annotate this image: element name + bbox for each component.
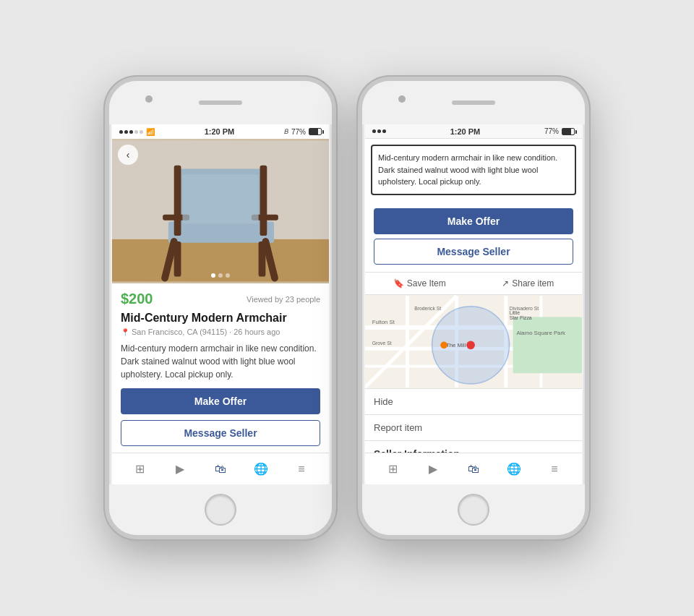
share-item-button[interactable]: ↗ Share item: [502, 278, 554, 288]
nav-icon-play-1[interactable]: ▶: [171, 461, 189, 478]
listing-content: $200 Viewed by 23 people Mid-Century Mod…: [112, 283, 329, 453]
nav-icon-globe-2[interactable]: 🌐: [505, 461, 523, 478]
phone-2: 1:20 PM 77% Mid-century modern armchair …: [358, 77, 589, 539]
seller-info-section: Seller Information: [365, 441, 582, 453]
price: $200: [121, 291, 153, 307]
speaker-2: [452, 100, 495, 105]
item-location: 📍 San Francisco, CA (94115) · 26 hours a…: [121, 328, 320, 336]
status-bar-2: 1:20 PM 77%: [365, 124, 582, 139]
detail-description: Mid-century modern armchair in like new …: [371, 145, 576, 195]
hide-row[interactable]: Hide: [365, 389, 582, 415]
message-seller-button-2[interactable]: Message Seller: [374, 239, 573, 265]
screen-2: 1:20 PM 77% Mid-century modern armchair …: [365, 124, 582, 484]
phone-bottom-2: [362, 484, 585, 535]
camera-2: [398, 95, 406, 103]
nav-icon-menu-1[interactable]: ≡: [293, 461, 310, 478]
svg-text:Grove St: Grove St: [372, 341, 392, 346]
make-offer-button-2[interactable]: Make Offer: [374, 208, 573, 234]
nav-icon-grid-1[interactable]: ⊞: [131, 461, 148, 478]
svg-rect-12: [182, 174, 258, 223]
time-2: 1:20 PM: [450, 127, 481, 136]
report-row[interactable]: Report item: [365, 415, 582, 441]
location-pin-icon: 📍: [121, 328, 129, 336]
screen-content-2[interactable]: Mid-century modern armchair in like new …: [365, 139, 582, 453]
svg-point-31: [440, 341, 447, 348]
svg-text:Little: Little: [510, 309, 520, 315]
item-description-1: Mid-century modern armchair in like new …: [121, 342, 320, 381]
phone-top-2: [362, 81, 585, 124]
nav-icon-shop-2[interactable]: 🛍: [465, 461, 482, 478]
svg-text:Star Pizza: Star Pizza: [510, 315, 532, 320]
price-row: $200 Viewed by 23 people: [121, 291, 320, 307]
nav-icon-grid-2[interactable]: ⊞: [384, 461, 401, 478]
svg-text:Fulton St: Fulton St: [372, 319, 395, 325]
svg-rect-3: [168, 222, 274, 243]
save-share-row: 🔖 Save Item ↗ Share item: [365, 273, 582, 295]
nav-icon-globe-1[interactable]: 🌐: [252, 461, 270, 478]
product-image: ‹: [112, 139, 329, 283]
svg-rect-5: [260, 166, 267, 236]
action-buttons: Make Offer Message Seller: [365, 201, 582, 273]
phone-top-1: [109, 81, 332, 124]
share-icon: ↗: [502, 278, 509, 288]
report-label: Report item: [374, 422, 422, 433]
location-text: San Francisco, CA (94115) · 26 hours ago: [132, 328, 280, 336]
back-button-1[interactable]: ‹: [118, 145, 138, 165]
battery-2: 77%: [544, 127, 559, 135]
hide-label: Hide: [374, 396, 393, 407]
share-item-label: Share item: [512, 278, 554, 288]
nav-icon-play-2[interactable]: ▶: [424, 461, 442, 478]
status-bar-1: 📶 1:20 PM 𝘉 77%: [112, 124, 329, 139]
screen-1: 📶 1:20 PM 𝘉 77%: [112, 124, 329, 484]
make-offer-button-1[interactable]: Make Offer: [121, 388, 320, 414]
home-button-1[interactable]: [205, 494, 236, 526]
bookmark-icon: 🔖: [393, 278, 404, 288]
home-button-2[interactable]: [458, 494, 489, 526]
battery-percent-1: 77%: [291, 128, 306, 136]
svg-point-24: [466, 341, 475, 349]
phone-1: 📶 1:20 PM 𝘉 77%: [105, 77, 336, 539]
nav-icon-menu-2[interactable]: ≡: [546, 461, 563, 478]
item-title: Mid-Century Modern Armchair: [121, 312, 320, 325]
bottom-nav-1: ⊞ ▶ 🛍 🌐 ≡: [112, 453, 329, 484]
svg-rect-4: [174, 166, 181, 236]
message-seller-button-1[interactable]: Message Seller: [121, 420, 320, 446]
svg-text:The Mill: The Mill: [446, 342, 466, 348]
save-item-button[interactable]: 🔖 Save Item: [393, 278, 446, 288]
phone-bottom-1: [109, 484, 332, 535]
wifi-icon-1: 📶: [146, 128, 155, 136]
svg-rect-22: [513, 317, 582, 373]
bluetooth-icon-1: 𝘉: [284, 127, 288, 136]
nav-icon-shop-1[interactable]: 🛍: [212, 461, 229, 478]
save-item-label: Save Item: [407, 278, 446, 288]
svg-text:Broderick St: Broderick St: [414, 305, 441, 310]
bottom-nav-2: ⊞ ▶ 🛍 🌐 ≡: [365, 453, 582, 484]
svg-text:Alamo Square Park: Alamo Square Park: [516, 329, 565, 335]
screen-content-1[interactable]: ‹ $200 Viewed by 23 people Mid-Century M…: [112, 139, 329, 453]
image-dots: [211, 273, 230, 278]
viewed-by: Viewed by 23 people: [247, 295, 320, 304]
speaker-1: [199, 100, 242, 105]
time-1: 1:20 PM: [205, 127, 235, 136]
map-container[interactable]: Fulton St Grove St Broderick St Divisade…: [365, 295, 582, 389]
camera-1: [145, 95, 153, 103]
